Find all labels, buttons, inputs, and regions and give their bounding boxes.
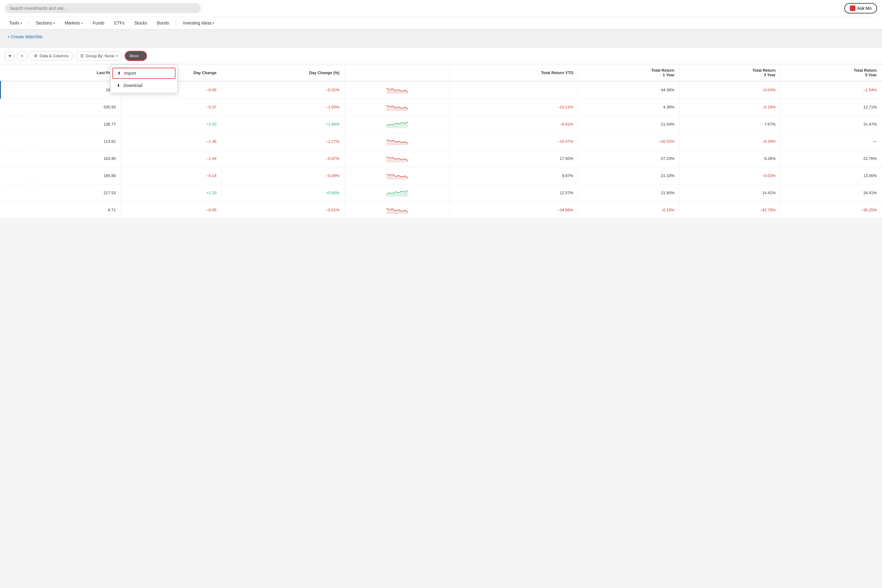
col-header-total-return-ytd[interactable]: Total Return YTD [450, 64, 579, 81]
more-button[interactable]: More ▾ [124, 51, 147, 61]
search-row: Ask Mo [5, 0, 877, 16]
cell-total-return-5y: 13.06% [781, 167, 882, 184]
more-dropdown: ⬆ Import ⬇ Download [110, 64, 178, 93]
cell-name [1, 81, 32, 99]
nav-item-funds[interactable]: Funds [88, 17, 109, 29]
cell-sparkline [345, 201, 450, 219]
col-header-total-return-3y[interactable]: Total Return3 Year [680, 64, 781, 81]
import-menu-item[interactable]: ⬆ Import [112, 68, 176, 79]
nav-item-bonds[interactable]: Bonds [153, 17, 174, 29]
toolbar: ▾ + ⚙ Data & Columns ☰ Group By: None ▾ … [0, 48, 882, 64]
more-label: More [129, 54, 139, 58]
top-bar: Ask Mo Tools ▾ Sections ▾ Markets ▾ Fund… [0, 0, 882, 29]
cell-name [1, 201, 32, 219]
nav-separator-1 [29, 20, 29, 26]
cell-last-price: 530.93 [32, 99, 121, 116]
chevron-down-icon-3: ▾ [81, 21, 82, 25]
cell-name [1, 133, 32, 150]
cell-total-return-1y: 27.23% [578, 150, 679, 167]
group-by-button[interactable]: ☰ Group By: None ▾ [76, 51, 122, 61]
nav-item-sections[interactable]: Sections ▾ [32, 17, 59, 29]
cell-total-return-1y: 21.54% [578, 116, 679, 133]
col-header-last-price[interactable]: Last Price [32, 64, 121, 81]
table-row[interactable]: 166.80 –0.14 –0.08% 9.87% 21.10% –0.03% … [1, 167, 882, 184]
table-row[interactable]: 163.95 –1.44 –0.87% 17.50% 27.23% 6.26% … [1, 150, 882, 167]
nav-item-stocks[interactable]: Stocks [130, 17, 152, 29]
cell-name [1, 116, 32, 133]
cell-day-change-pct: +1.86% [221, 116, 344, 133]
cell-name [1, 167, 32, 184]
cell-day-change-pct: –0.31% [221, 81, 344, 99]
data-columns-label: Data & Columns [39, 54, 69, 58]
cell-total-return-3y: 6.26% [680, 150, 781, 167]
download-icon: ⬇ [117, 83, 120, 88]
watchlist-header: + Create Watchlist [0, 29, 882, 48]
nav-bonds-label: Bonds [157, 21, 170, 26]
create-watchlist-button[interactable]: + Create Watchlist [8, 34, 42, 39]
table-row[interactable]: 530.93 –5.37 –1.00% –10.11% 4.38% –5.19%… [1, 99, 882, 116]
ask-mo-icon [850, 6, 855, 11]
cell-total-return-ytd: –34.89% [450, 201, 579, 219]
cell-total-return-ytd: 12.57% [450, 184, 579, 201]
dropdown-arrow-button[interactable]: ▾ [5, 51, 15, 61]
cell-sparkline [345, 184, 450, 201]
plus-icon: + [21, 53, 23, 59]
cell-total-return-1y: 4.38% [578, 99, 679, 116]
create-watchlist-label: + Create Watchlist [8, 34, 42, 39]
cell-total-return-1y: 44.36% [578, 81, 679, 99]
nav-item-markets[interactable]: Markets ▾ [60, 17, 87, 29]
cell-total-return-3y: –8.34% [680, 133, 781, 150]
table-row[interactable]: 113.62 –1.46 –1.27% –15.47% –16.53% –8.3… [1, 133, 882, 150]
cell-name [1, 184, 32, 201]
cell-last-price: 19.43 [32, 81, 121, 99]
chevron-down-icon-6: ▾ [116, 54, 118, 58]
chevron-down-icon-4: ▾ [213, 21, 214, 25]
col-header-total-return-5y[interactable]: Total Return5 Year [781, 64, 882, 81]
cell-sparkline [345, 167, 450, 184]
data-columns-button[interactable]: ⚙ Data & Columns [29, 51, 73, 61]
nav-item-etfs[interactable]: ETFs [110, 17, 129, 29]
cell-sparkline [345, 81, 450, 99]
download-label: Download [123, 83, 142, 88]
import-icon: ⬆ [117, 71, 121, 76]
cell-day-change-pct: –0.51% [221, 201, 344, 219]
cell-day-change: –0.05 [121, 201, 221, 219]
chevron-down-icon-7: ▾ [141, 54, 142, 58]
ask-mo-label: Ask Mo [857, 6, 872, 11]
col-header-day-change-pct[interactable]: Day Change (%) [221, 64, 344, 81]
nav-item-tools[interactable]: Tools ▾ [5, 17, 26, 29]
cell-day-change-pct: –1.27% [221, 133, 344, 150]
cell-total-return-ytd: –8.91% [450, 116, 579, 133]
cell-total-return-1y: –6.15% [578, 201, 679, 219]
col-header-total-return-1y[interactable]: Total Return1 Year [578, 64, 679, 81]
cell-sparkline [345, 99, 450, 116]
cell-total-return-ytd [450, 81, 579, 99]
cell-total-return-5y: –30.25% [781, 201, 882, 219]
col-header-name [1, 64, 32, 81]
nav-markets-label: Markets [64, 21, 80, 26]
download-menu-item[interactable]: ⬇ Download [111, 80, 177, 91]
chevron-down-icon-2: ▾ [53, 21, 55, 25]
cell-last-price: 163.95 [32, 150, 121, 167]
cell-total-return-ytd: –15.47% [450, 133, 579, 150]
ask-mo-button[interactable]: Ask Mo [844, 3, 877, 14]
chevron-down-icon-5: ▾ [9, 53, 11, 59]
table-row[interactable]: 217.53 +1.29 +0.60% 12.57% 21.90% 14.41%… [1, 184, 882, 201]
cell-name [1, 99, 32, 116]
nav-funds-label: Funds [93, 21, 104, 26]
cell-last-price: 136.77 [32, 116, 121, 133]
cell-total-return-1y: 21.90% [578, 184, 679, 201]
cell-total-return-5y: 22.76% [781, 150, 882, 167]
table-row[interactable]: 136.77 +2.50 +1.86% –8.91% 21.54% 7.67% … [1, 116, 882, 133]
cell-name [1, 150, 32, 167]
table-row[interactable]: 9.71 –0.05 –0.51% –34.89% –6.15% –42.79%… [1, 201, 882, 219]
cell-last-price: 217.53 [32, 184, 121, 201]
nav-item-investing-ideas[interactable]: Investing Ideas ▾ [178, 17, 219, 29]
cell-total-return-3y: –0.04% [680, 81, 781, 99]
search-input[interactable] [5, 3, 201, 13]
add-button[interactable]: + [17, 51, 27, 61]
cell-sparkline [345, 150, 450, 167]
cell-total-return-5y: — [781, 133, 882, 150]
cell-day-change-pct: –0.87% [221, 150, 344, 167]
cell-day-change: –1.46 [121, 133, 221, 150]
